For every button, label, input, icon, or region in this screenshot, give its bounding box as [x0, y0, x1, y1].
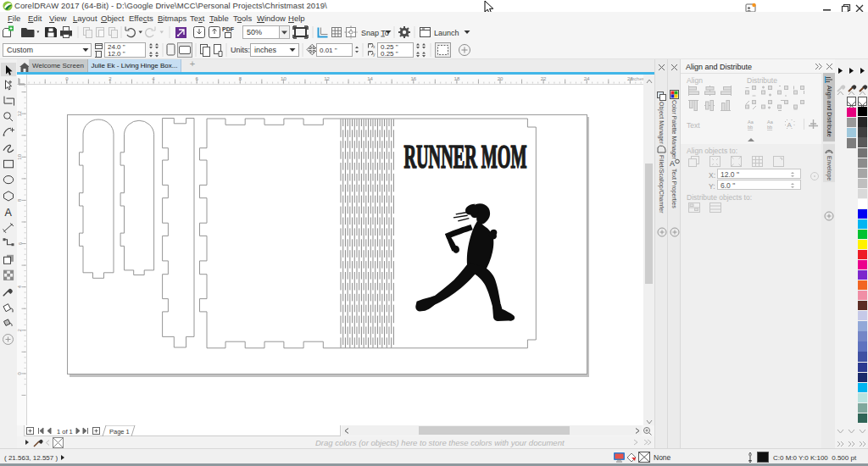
svg-text:inches: inches [631, 75, 643, 80]
svg-text:18: 18 [454, 75, 460, 80]
svg-text:8: 8 [239, 75, 242, 80]
svg-text:20: 20 [498, 75, 504, 80]
svg-text:50%: 50% [247, 28, 262, 36]
svg-text:Aa: Aa [748, 119, 754, 125]
svg-text:10: 10 [281, 75, 287, 80]
svg-text:14: 14 [367, 75, 373, 80]
svg-text:6: 6 [18, 241, 23, 245]
svg-text:12: 12 [18, 110, 23, 116]
svg-text:bb: bb [748, 125, 753, 130]
svg-text:10: 10 [18, 153, 23, 159]
svg-text:Launch: Launch [434, 29, 459, 37]
svg-text:x: x [373, 44, 376, 49]
svg-text:22: 22 [541, 75, 547, 80]
svg-text:12: 12 [324, 75, 330, 80]
svg-text:PDF: PDF [222, 26, 235, 32]
svg-text:0.25 ": 0.25 " [381, 50, 398, 58]
svg-text:0: 0 [65, 75, 69, 80]
svg-text:4: 4 [152, 75, 155, 80]
svg-text:A: A [670, 159, 675, 168]
svg-text:Aa: Aa [767, 119, 774, 125]
svg-text:A: A [5, 207, 13, 219]
svg-text:Page 1: Page 1 [109, 428, 130, 435]
svg-text:1 of 1: 1 of 1 [57, 428, 73, 435]
svg-text:2: 2 [108, 75, 112, 80]
svg-text:bb: bb [767, 125, 772, 130]
svg-text:inches: inches [254, 46, 277, 54]
svg-text:2: 2 [18, 328, 23, 331]
svg-text:0: 0 [18, 372, 23, 375]
svg-text:4: 4 [18, 285, 23, 288]
svg-text:Snap To: Snap To [361, 29, 389, 37]
svg-text:A: A [787, 121, 793, 129]
svg-text:Units:: Units: [231, 46, 250, 54]
svg-text:y: y [373, 52, 376, 57]
svg-text:16: 16 [410, 75, 416, 80]
svg-text:RUNNER MOM: RUNNER MOM [404, 137, 527, 175]
svg-text:6: 6 [196, 75, 199, 80]
svg-text:8: 8 [18, 198, 23, 202]
svg-text:0.01 ": 0.01 " [320, 47, 337, 54]
svg-text:12.0 ": 12.0 " [108, 50, 125, 58]
svg-text:Custom: Custom [7, 46, 33, 54]
svg-text:24: 24 [584, 75, 590, 80]
